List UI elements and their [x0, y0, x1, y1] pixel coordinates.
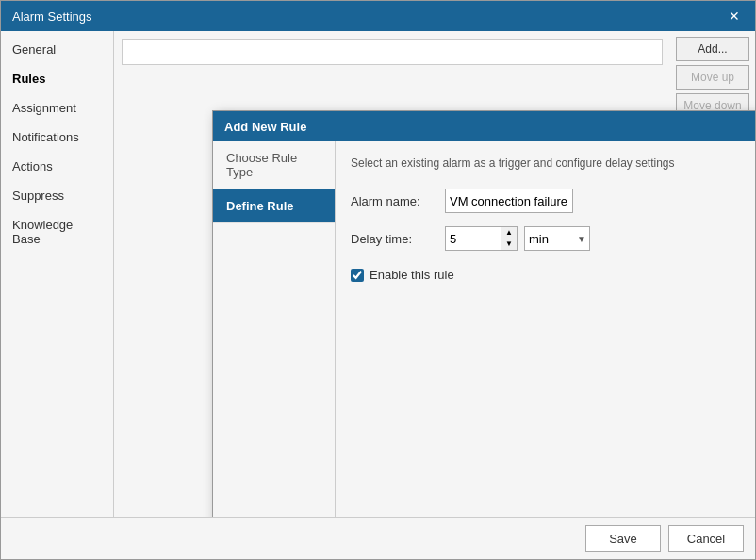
wizard-description: Select an existing alarm as a trigger an…	[351, 156, 755, 170]
enable-rule-label[interactable]: Enable this rule	[370, 268, 454, 282]
rules-area: Add New Rule ✕ Choose Rule Type Define R…	[122, 73, 663, 509]
delay-time-input[interactable]	[445, 226, 501, 251]
bottom-bar: Save Cancel	[1, 517, 755, 559]
sidebar-item-rules[interactable]: Rules	[1, 64, 113, 93]
alarm-name-select-wrapper: VM connection failure	[445, 189, 755, 213]
save-button[interactable]: Save	[585, 525, 661, 552]
unit-select-wrapper: min sec hr	[524, 226, 590, 251]
wizard-content: Select an existing alarm as a trigger an…	[336, 141, 755, 517]
delay-time-label: Delay time:	[351, 232, 445, 246]
delay-spinner: ▲ ▼	[501, 226, 518, 251]
sidebar: General Rules Assignment Notifications A…	[1, 31, 114, 517]
add-button[interactable]: Add...	[676, 37, 749, 61]
sidebar-item-suppress[interactable]: Suppress	[1, 181, 113, 210]
bottom-cancel-button[interactable]: Cancel	[668, 525, 744, 552]
sidebar-item-assignment[interactable]: Assignment	[1, 93, 113, 123]
wizard-step-choose-rule-type[interactable]: Choose Rule Type	[213, 141, 335, 189]
delay-unit-select[interactable]: min sec hr	[524, 226, 590, 251]
main-content: Add New Rule ✕ Choose Rule Type Define R…	[114, 31, 670, 517]
delay-time-row: Delay time: ▲ ▼	[351, 226, 755, 251]
modal-title: Add New Rule	[224, 120, 306, 134]
enable-rule-checkbox[interactable]	[351, 269, 364, 282]
alarm-name-row: Alarm name: VM connection failure	[351, 189, 755, 213]
add-new-rule-modal: Add New Rule ✕ Choose Rule Type Define R…	[212, 110, 755, 517]
window-close-button[interactable]: ✕	[725, 7, 744, 25]
delay-decrement-button[interactable]: ▼	[501, 239, 517, 250]
delay-increment-button[interactable]: ▲	[501, 227, 517, 239]
wizard-step-define-rule[interactable]: Define Rule	[213, 189, 335, 223]
sidebar-item-general[interactable]: General	[1, 35, 113, 64]
main-window: Alarm Settings ✕ General Rules Assignmen…	[0, 0, 756, 560]
delay-input-wrapper: ▲ ▼	[445, 226, 520, 251]
alarm-name-label: Alarm name:	[351, 194, 445, 208]
content-area: General Rules Assignment Notifications A…	[1, 31, 755, 517]
move-up-button[interactable]: Move up	[676, 65, 749, 90]
window-title: Alarm Settings	[12, 9, 92, 24]
sidebar-item-actions[interactable]: Actions	[1, 152, 113, 181]
wizard-sidebar: Choose Rule Type Define Rule	[213, 141, 336, 517]
modal-body: Choose Rule Type Define Rule Select an e…	[213, 141, 755, 517]
window-titlebar: Alarm Settings ✕	[1, 1, 755, 31]
enable-rule-row: Enable this rule	[351, 268, 755, 282]
sidebar-item-notifications[interactable]: Notifications	[1, 123, 113, 152]
sidebar-item-knowledge-base[interactable]: Knowledge Base	[1, 210, 113, 254]
search-bar[interactable]	[122, 39, 663, 65]
alarm-name-select[interactable]: VM connection failure	[445, 189, 573, 213]
modal-titlebar: Add New Rule ✕	[213, 111, 755, 141]
delay-controls: ▲ ▼ min sec hr	[445, 226, 590, 251]
